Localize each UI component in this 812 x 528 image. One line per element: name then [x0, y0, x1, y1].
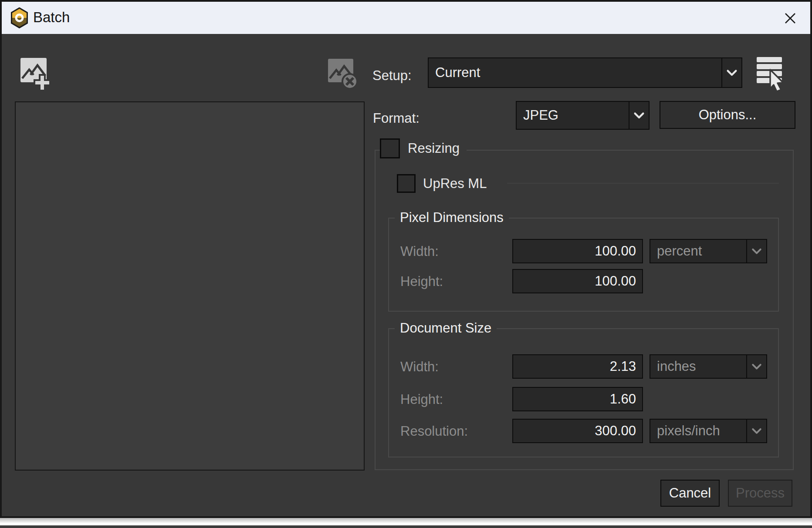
process-button: Process [728, 480, 792, 507]
file-list-panel[interactable] [15, 101, 365, 471]
pixel-dimensions-title: Pixel Dimensions [395, 210, 509, 225]
dialog-body: Setup: Current Format: JPEG [2, 34, 810, 516]
ds-width-label: Width: [400, 359, 439, 375]
close-button[interactable] [779, 7, 802, 30]
format-combobox-value: JPEG [517, 102, 629, 129]
ds-resolution-unit-combobox: pixels/inch [650, 419, 767, 443]
resizing-checkbox[interactable] [380, 138, 400, 158]
chevron-down-icon [746, 240, 766, 262]
cancel-button[interactable]: Cancel [660, 480, 720, 507]
pixel-dimensions-group [388, 218, 779, 312]
chevron-down-icon [746, 420, 766, 442]
window-title: Batch [33, 9, 70, 26]
on1-logo-icon [10, 7, 28, 28]
ds-resolution-unit-value: pixels/inch [650, 420, 746, 442]
cancel-button-label: Cancel [669, 485, 711, 501]
pd-width-unit-combobox: percent [650, 239, 767, 263]
ds-height-input[interactable] [512, 387, 643, 411]
upres-group-line [507, 183, 779, 184]
pd-width-unit-value: percent [650, 240, 746, 262]
batch-dialog: Batch [0, 0, 812, 518]
close-icon [782, 10, 799, 27]
resizing-label: Resizing [408, 141, 460, 156]
remove-images-icon [327, 57, 359, 91]
process-button-label: Process [736, 485, 785, 501]
chevron-down-icon [721, 58, 741, 87]
document-size-title: Document Size [395, 320, 497, 336]
options-button[interactable]: Options... [660, 101, 795, 129]
ds-resolution-input[interactable] [512, 419, 643, 443]
add-images-icon[interactable] [19, 57, 52, 91]
pd-width-input[interactable] [512, 239, 643, 263]
ds-width-input[interactable] [512, 354, 643, 379]
titlebar: Batch [2, 2, 810, 34]
apply-preset-icon[interactable] [755, 56, 788, 92]
options-button-label: Options... [699, 107, 757, 123]
pd-width-label: Width: [400, 244, 439, 259]
setup-combobox[interactable]: Current [428, 57, 742, 88]
setup-label: Setup: [372, 68, 412, 84]
upres-ml-checkbox[interactable] [397, 174, 416, 193]
ds-height-label: Height: [400, 392, 443, 407]
upres-ml-label: UpRes ML [423, 176, 487, 192]
setup-combobox-value: Current [429, 58, 721, 87]
pd-height-label: Height: [400, 274, 443, 289]
chevron-down-icon [746, 355, 766, 378]
resizing-legend: Resizing [380, 138, 467, 158]
format-label: Format: [373, 111, 420, 126]
format-combobox[interactable]: JPEG [516, 101, 650, 130]
pd-height-input[interactable] [512, 269, 643, 293]
chevron-down-icon [629, 102, 649, 129]
window-behind-edge [0, 525, 812, 528]
ds-width-unit-combobox: inches [650, 354, 767, 379]
ds-resolution-label: Resolution: [400, 424, 468, 439]
ds-width-unit-value: inches [650, 355, 746, 378]
screen: Batch [0, 0, 812, 528]
